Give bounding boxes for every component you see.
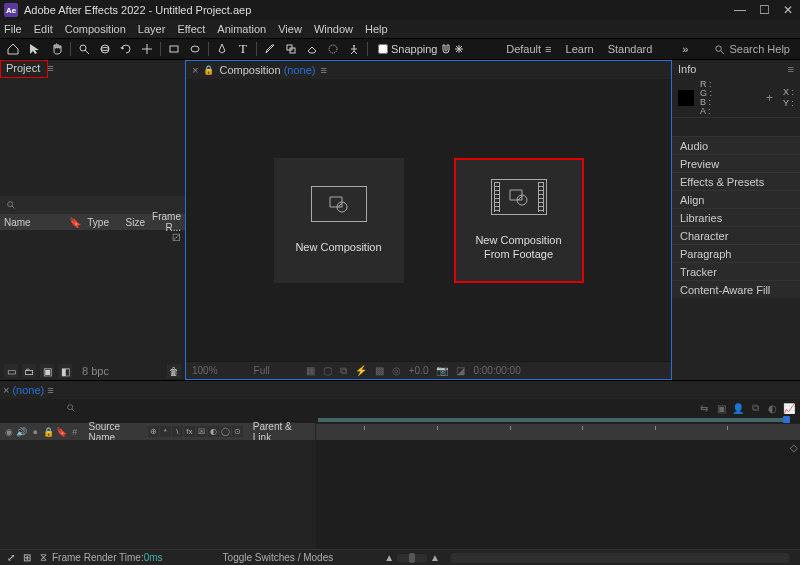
- time-ruler[interactable]: [316, 423, 800, 440]
- rect-tool[interactable]: [165, 40, 183, 58]
- snapping-toggle[interactable]: Snapping: [378, 43, 464, 55]
- info-menu-icon[interactable]: ≡: [788, 63, 794, 75]
- fast-preview-icon[interactable]: ⚡: [355, 365, 367, 376]
- horizontal-scrollbar[interactable]: [450, 553, 790, 563]
- shy-icon[interactable]: 👤: [731, 401, 745, 415]
- interpret-footage-button[interactable]: ▭: [4, 364, 18, 378]
- zoom-in-icon[interactable]: ▲: [430, 552, 440, 563]
- new-comp-button[interactable]: ▣: [40, 364, 54, 378]
- new-folder-button[interactable]: 🗀: [22, 364, 36, 378]
- timeline-search[interactable]: [66, 403, 76, 413]
- transparency-icon[interactable]: ▩: [375, 365, 384, 376]
- type-tool[interactable]: T: [234, 40, 252, 58]
- solo-col-icon[interactable]: ●: [30, 426, 41, 438]
- toggle-pane-icon[interactable]: ⊞: [20, 551, 34, 565]
- panel-character[interactable]: Character: [672, 226, 800, 244]
- graph-editor-icon[interactable]: 📈: [782, 401, 796, 415]
- roto-tool[interactable]: [324, 40, 342, 58]
- switch-5[interactable]: ◐: [208, 426, 219, 437]
- project-flow-icon[interactable]: ⚂: [0, 230, 185, 244]
- menu-window[interactable]: Window: [314, 23, 353, 35]
- comp-close-icon[interactable]: ×: [192, 64, 198, 76]
- lock-icon[interactable]: 🔒: [203, 65, 214, 75]
- zoom-value[interactable]: 100%: [192, 365, 218, 376]
- toggle-switches-button[interactable]: Toggle Switches / Modes: [223, 552, 334, 563]
- menu-view[interactable]: View: [278, 23, 302, 35]
- ellipse-tool[interactable]: [186, 40, 204, 58]
- clone-tool[interactable]: [282, 40, 300, 58]
- panel-tracker[interactable]: Tracker: [672, 262, 800, 280]
- timeline-close-icon[interactable]: ×: [3, 384, 9, 396]
- maximize-button[interactable]: ☐: [752, 0, 776, 20]
- switch-3[interactable]: fx: [184, 426, 195, 437]
- snap-options-icon[interactable]: [454, 44, 464, 54]
- snapping-checkbox[interactable]: [378, 44, 388, 54]
- puppet-tool[interactable]: [345, 40, 363, 58]
- comp-menu-icon[interactable]: ≡: [320, 64, 326, 76]
- color-depth[interactable]: 8 bpc: [82, 365, 109, 377]
- expand-icon[interactable]: ⤢: [4, 551, 18, 565]
- timeline-tab[interactable]: (none): [12, 384, 44, 396]
- new-composition-button[interactable]: New Composition: [274, 158, 404, 283]
- info-tab[interactable]: Info≡: [672, 60, 800, 78]
- eraser-tool[interactable]: [303, 40, 321, 58]
- menu-layer[interactable]: Layer: [138, 23, 166, 35]
- workspace-overflow-button[interactable]: »: [682, 43, 688, 55]
- anchor-tool[interactable]: [138, 40, 156, 58]
- layer-outline[interactable]: [0, 440, 316, 549]
- switch-2[interactable]: \: [172, 426, 183, 437]
- lock-col-icon[interactable]: 🔒: [43, 426, 54, 438]
- resolution-value[interactable]: Full: [254, 365, 270, 376]
- selection-tool[interactable]: [25, 40, 45, 58]
- panel-libraries[interactable]: Libraries: [672, 208, 800, 226]
- workspace-standard[interactable]: Standard: [608, 43, 653, 55]
- video-col-icon[interactable]: ◉: [3, 426, 14, 438]
- current-time-indicator[interactable]: [783, 416, 790, 423]
- menu-edit[interactable]: Edit: [34, 23, 53, 35]
- minimize-button[interactable]: —: [728, 0, 752, 20]
- switch-6[interactable]: ◯: [220, 426, 231, 437]
- search-help-input[interactable]: Search Help: [729, 43, 790, 55]
- mask-icon[interactable]: ▢: [323, 365, 332, 376]
- new-composition-from-footage-button[interactable]: New CompositionFrom Footage: [454, 158, 584, 283]
- panel-audio[interactable]: Audio: [672, 136, 800, 154]
- close-button[interactable]: ✕: [776, 0, 800, 20]
- rotate-tool[interactable]: [117, 40, 135, 58]
- col-name[interactable]: Name: [4, 217, 63, 228]
- menu-composition[interactable]: Composition: [65, 23, 126, 35]
- render-time-icon[interactable]: ⧖: [36, 551, 50, 565]
- workspace-default-menu-icon[interactable]: ≡: [545, 43, 551, 55]
- home-tool[interactable]: [4, 40, 22, 58]
- timeline-menu-icon[interactable]: ≡: [47, 384, 53, 396]
- panel-paragraph[interactable]: Paragraph: [672, 244, 800, 262]
- zoom-tool[interactable]: [75, 40, 93, 58]
- project-item-list[interactable]: [0, 244, 185, 362]
- project-tab[interactable]: Project ≡: [0, 60, 60, 78]
- brush-tool[interactable]: [261, 40, 279, 58]
- comp-mini-flow-icon[interactable]: ⇆: [697, 401, 711, 415]
- menu-help[interactable]: Help: [365, 23, 388, 35]
- audio-col-icon[interactable]: 🔊: [16, 426, 27, 438]
- workspace-default[interactable]: Default: [506, 43, 541, 55]
- composition-tab[interactable]: Composition (none): [219, 64, 315, 76]
- orbit-tool[interactable]: [96, 40, 114, 58]
- switch-0[interactable]: ⊕: [148, 426, 159, 437]
- project-settings-button[interactable]: ◧: [58, 364, 72, 378]
- delete-button[interactable]: 🗑: [167, 364, 181, 378]
- timecode-display[interactable]: 0:00:00:00: [473, 365, 520, 376]
- motion-blur-icon[interactable]: ◐: [765, 401, 779, 415]
- hand-tool[interactable]: [48, 40, 66, 58]
- switch-7[interactable]: ⊙: [232, 426, 243, 437]
- layer-bars[interactable]: ◇: [316, 440, 800, 549]
- panel-content-aware-fill[interactable]: Content-Aware Fill: [672, 280, 800, 298]
- menu-file[interactable]: File: [4, 23, 22, 35]
- menu-effect[interactable]: Effect: [177, 23, 205, 35]
- label-col-icon[interactable]: 🔖: [56, 426, 67, 438]
- pen-tool[interactable]: [213, 40, 231, 58]
- marker-handle-icon[interactable]: ◇: [790, 442, 798, 453]
- project-menu-icon[interactable]: ≡: [44, 62, 53, 74]
- zoom-slider[interactable]: ▲ ▲: [384, 552, 440, 563]
- frame-blend-icon[interactable]: ⧉: [748, 401, 762, 415]
- switch-4[interactable]: ☒: [196, 426, 207, 437]
- switch-1[interactable]: *: [160, 426, 171, 437]
